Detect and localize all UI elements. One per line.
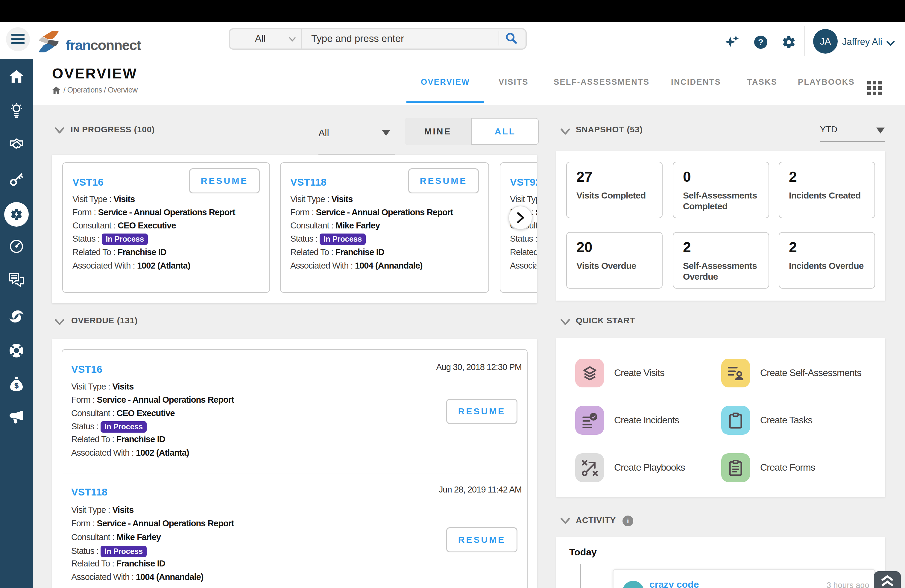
svg-text:$: $ <box>14 381 19 390</box>
